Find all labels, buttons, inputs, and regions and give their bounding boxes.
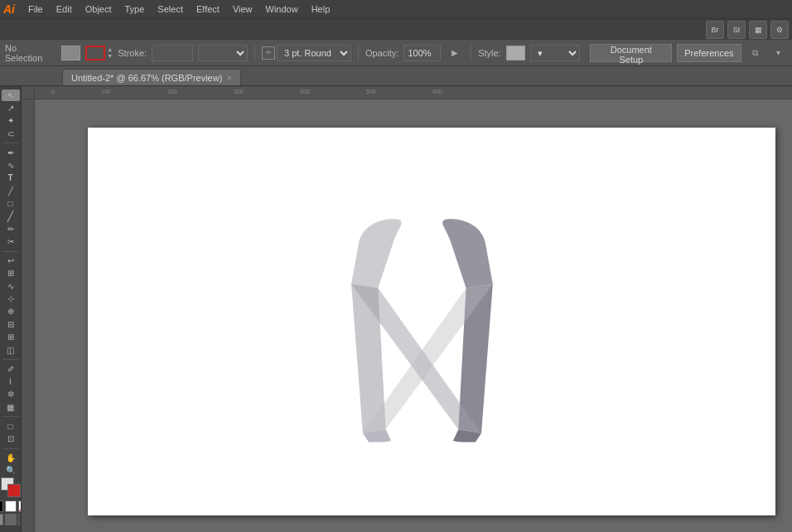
ruler-tick: 400 (300, 89, 310, 94)
arrange-icon[interactable]: ⧉ (746, 44, 765, 62)
menu-help[interactable]: Help (305, 2, 337, 16)
preferences-button[interactable]: Preferences (677, 44, 741, 62)
style-select[interactable]: ▾ (530, 45, 580, 61)
divider2 (358, 45, 359, 61)
main-layout: ↖ ↗ ✦ ⊂ ✒ ∿ T ╱ □ ╱ ✏ ✂ ↩ ⊞ ∿ ⊹ ⊕ ⊟ ⊞ ◫ … (0, 86, 792, 532)
perspective-grid-tool[interactable]: ⊟ (2, 318, 20, 330)
app-toolbar: Br St ▦ ⚙ (0, 18, 792, 40)
column-graph-tool[interactable]: ▦ (2, 401, 20, 413)
divider3 (471, 45, 471, 61)
menu-effect[interactable]: Effect (190, 2, 226, 16)
stroke-up[interactable]: ▲ (107, 46, 113, 53)
tab-bar: Untitled-2* @ 66.67% (RGB/Preview) × (0, 66, 792, 86)
canvas-area[interactable]: 0 100 200 300 400 500 600 (22, 86, 792, 532)
menu-bar: Ai File Edit Object Type Select Effect V… (0, 0, 792, 18)
stroke-icon: ✏ (262, 46, 275, 60)
menu-view[interactable]: View (226, 2, 259, 16)
tab-title: Untitled-2* @ 66.67% (RGB/Preview) (71, 73, 222, 83)
pen-tool[interactable]: ✒ (2, 147, 20, 158)
vertical-ruler (22, 99, 35, 532)
style-label: Style: (478, 48, 501, 58)
workspace-btn[interactable]: ▦ (749, 21, 767, 39)
artboard-tool[interactable]: □ (2, 420, 20, 432)
tab-close-btn[interactable]: × (227, 74, 231, 82)
mesh-tool[interactable]: ⊞ (2, 331, 20, 343)
stroke-swatch[interactable] (85, 46, 105, 60)
normal-mode[interactable] (0, 514, 3, 525)
left-toolbar: ↖ ↗ ✦ ⊂ ✒ ∿ T ╱ □ ╱ ✏ ✂ ↩ ⊞ ∿ ⊹ ⊕ ⊟ ⊞ ◫ … (0, 86, 22, 532)
white-swatch[interactable] (5, 501, 17, 512)
ruler-tick: 100 (101, 89, 111, 94)
menu-edit[interactable]: Edit (50, 2, 79, 16)
illustration (332, 210, 531, 443)
stock-btn[interactable]: St (727, 21, 746, 39)
color-swatches (0, 477, 22, 529)
divider1 (254, 45, 255, 61)
eyedropper-tool[interactable]: ✐ (2, 363, 20, 375)
warp-tool[interactable]: ∿ (2, 280, 20, 292)
lasso-tool[interactable]: ⊂ (2, 128, 20, 139)
measure-tool[interactable]: ⌇ (2, 375, 20, 387)
slice-tool[interactable]: ⊡ (2, 433, 20, 444)
menu-file[interactable]: File (22, 2, 50, 16)
bg-color-swatch[interactable] (7, 484, 21, 497)
fill-swatch[interactable] (61, 46, 81, 60)
divider-t3 (2, 359, 19, 360)
menu-window[interactable]: Window (259, 2, 305, 16)
direct-selection-tool[interactable]: ↗ (2, 102, 20, 114)
document-setup-button[interactable]: Document Setup (590, 44, 672, 62)
ruler-tick: 500 (366, 89, 376, 94)
line-tool[interactable]: ╱ (2, 185, 20, 196)
magic-wand-tool[interactable]: ✦ (2, 115, 20, 127)
transform-tool[interactable]: ⊞ (2, 268, 20, 279)
menu-select[interactable]: Select (151, 2, 190, 16)
color-options-row (0, 501, 22, 512)
divider-t2 (2, 251, 19, 252)
menu-type[interactable]: Type (118, 2, 152, 16)
divider-t5 (2, 448, 19, 449)
draw-mode-row (0, 514, 22, 525)
gradient-tool[interactable]: ◫ (2, 344, 20, 355)
divider-t4 (2, 416, 19, 417)
scissors-tool[interactable]: ✂ (2, 235, 20, 247)
opacity-arrow[interactable]: ▶ (446, 44, 464, 62)
ruler-tick: 200 (167, 89, 177, 94)
color-swatch-area[interactable] (1, 477, 21, 497)
menu-object[interactable]: Object (79, 2, 118, 16)
horizontal-ruler: 0 100 200 300 400 500 600 (35, 86, 792, 99)
settings-btn[interactable]: ⚙ (770, 21, 789, 39)
ruler-tick: 0 (51, 89, 55, 94)
hand-tool[interactable]: ✋ (2, 452, 20, 463)
black-swatch[interactable] (0, 501, 3, 512)
ruler-tick: 300 (234, 89, 244, 94)
document-tab[interactable]: Untitled-2* @ 66.67% (RGB/Preview) × (62, 69, 241, 85)
paintbrush-tool[interactable]: ╱ (2, 210, 20, 222)
artboard (88, 128, 775, 515)
stroke-input[interactable] (152, 45, 193, 61)
pt-round-select[interactable]: 3 pt. Round (277, 45, 351, 61)
stroke-down[interactable]: ▼ (107, 53, 113, 60)
inside-mode[interactable] (5, 514, 17, 525)
stroke-label: Stroke: (118, 48, 147, 58)
symbol-sprayer-tool[interactable]: ✲ (2, 389, 20, 400)
selection-tool[interactable]: ↖ (2, 89, 20, 101)
shape-builder-tool[interactable]: ⊕ (2, 306, 20, 317)
app-logo: Ai (3, 2, 15, 16)
ruler-corner (22, 86, 35, 99)
type-tool[interactable]: T (2, 172, 20, 184)
ruler-tick: 600 (432, 89, 442, 94)
pencil-tool[interactable]: ✏ (2, 223, 20, 235)
zoom-tool[interactable]: 🔍 (2, 465, 20, 476)
rotate-tool[interactable]: ↩ (2, 254, 20, 266)
style-swatch[interactable] (506, 46, 526, 60)
opacity-label: Opacity: (365, 48, 398, 58)
stroke-type-select[interactable] (198, 45, 248, 61)
options-bar: No Selection ▲ ▼ Stroke: ✏ 3 pt. Round O… (0, 40, 792, 66)
rect-tool[interactable]: □ (2, 197, 20, 209)
opacity-input[interactable] (403, 45, 441, 61)
free-transform-tool[interactable]: ⊹ (2, 293, 20, 304)
selection-label: No Selection (5, 43, 56, 63)
bridge-btn[interactable]: Br (706, 21, 724, 39)
curvature-tool[interactable]: ∿ (2, 159, 20, 171)
dropdown-icon[interactable]: ▾ (769, 44, 787, 62)
